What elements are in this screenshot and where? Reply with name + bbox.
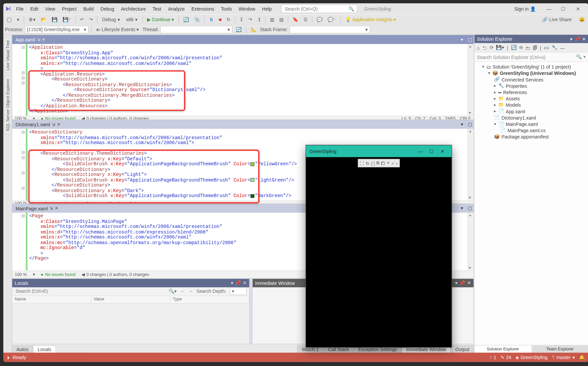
close-button[interactable]: ✕: [571, 5, 585, 13]
feedback-icon[interactable]: 😀: [577, 16, 587, 23]
sync-icon[interactable]: ⟳: [490, 45, 494, 50]
bookmark-icon[interactable]: 🔖: [291, 16, 300, 23]
status-errors[interactable]: ✎ 24: [501, 354, 511, 360]
menu-file[interactable]: File: [13, 5, 27, 13]
step-out-icon[interactable]: ↥: [255, 16, 263, 23]
step-over-icon[interactable]: ↷: [247, 16, 254, 23]
app-maximize-button[interactable]: ☐: [426, 148, 437, 154]
restart-button[interactable]: ↻: [225, 16, 232, 23]
attach-icon[interactable]: 📎: [192, 16, 202, 23]
menu-analyze[interactable]: Analyze: [165, 5, 188, 13]
app-insights-button[interactable]: 💡 Application Insights ▾: [343, 16, 398, 23]
stop-button[interactable]: ■: [217, 16, 223, 23]
menu-debug[interactable]: Debug: [97, 5, 118, 13]
pin-icon[interactable]: ⇲: [52, 122, 55, 127]
thread-combo[interactable]: ▾: [160, 26, 233, 33]
split-icon[interactable]: ▾: [458, 206, 466, 211]
pause-button[interactable]: ⏸: [207, 16, 215, 23]
list-icon[interactable]: ☰: [302, 16, 309, 23]
solution-node[interactable]: Solution 'GreenStyling' (1 of 1 project): [493, 64, 571, 69]
diag-icon-5[interactable]: ⧠: [381, 161, 385, 166]
minimize-button[interactable]: —: [542, 5, 557, 13]
menu-extensions[interactable]: Extensions: [188, 5, 217, 13]
diag-icon-4[interactable]: ⧉: [376, 161, 379, 166]
menu-help[interactable]: Help: [259, 5, 275, 13]
maximize-editor-icon[interactable]: ▢: [466, 206, 473, 211]
menu-edit[interactable]: Edit: [27, 5, 42, 13]
open-button[interactable]: 📂: [39, 16, 48, 23]
menu-build[interactable]: Build: [80, 5, 97, 13]
btab-output[interactable]: Output: [451, 345, 474, 353]
copy-icon[interactable]: 🗐: [533, 45, 537, 50]
node-references[interactable]: References: [503, 89, 527, 94]
close-icon[interactable]: ✕: [57, 122, 60, 127]
menu-window[interactable]: Window: [235, 5, 259, 13]
vscroll[interactable]: [468, 213, 474, 270]
uncomment-icon[interactable]: 💬⁻: [326, 16, 338, 23]
collapse-icon[interactable]: ⊖: [519, 45, 523, 50]
new-button[interactable]: 🗎▾: [27, 16, 37, 23]
comment-icon[interactable]: 💬: [315, 16, 324, 23]
node-mainpage-cs[interactable]: MainPage.xaml.cs: [508, 128, 546, 133]
split-icon[interactable]: ▾: [458, 122, 466, 127]
nav-fwd-button[interactable]: ▾: [15, 16, 21, 23]
tab-mainpage[interactable]: MainPage.xaml⇲✕: [12, 204, 61, 213]
solution-tree[interactable]: 🗂 Solution 'GreenStyling' (1 of 1 projec…: [474, 62, 588, 345]
code-icon[interactable]: <>: [544, 45, 549, 50]
rail-sql-explorer[interactable]: SQL Server Object Explorer: [4, 76, 11, 134]
node-properties[interactable]: Properties: [506, 83, 527, 88]
xaml-diagnostic-toolbar[interactable]: ⛶ ↻ ▢ ⧉ ⧠ ⌖ ✓ ‹: [358, 159, 400, 168]
undo-button[interactable]: ↶: [79, 16, 86, 23]
maximize-button[interactable]: ☐: [556, 5, 571, 13]
stack-jump-icon[interactable]: 📐: [249, 26, 258, 33]
foot-team-explorer[interactable]: Team Explorer: [531, 345, 588, 353]
node-connected[interactable]: Connected Services: [502, 77, 543, 82]
wrench-icon[interactable]: 🔧: [552, 45, 558, 50]
vscroll[interactable]: [468, 44, 474, 116]
menu-test[interactable]: Test: [149, 5, 165, 13]
diag-icon-3[interactable]: ▢: [371, 161, 375, 166]
depth-combo[interactable]: ▾: [230, 288, 246, 295]
foot-sol-explorer[interactable]: Solution Explorer: [474, 345, 531, 353]
status-publish[interactable]: ↑ 1: [490, 355, 496, 360]
save-button[interactable]: 💾: [50, 16, 59, 23]
more-icon[interactable]: —: [560, 45, 565, 50]
refresh-icon[interactable]: 🔄: [182, 16, 191, 23]
search-icon[interactable]: 🔍▾: [169, 288, 177, 294]
app-close-button[interactable]: ✕: [437, 148, 448, 154]
diag-icon-6[interactable]: ⌖: [387, 161, 390, 166]
pin-icon[interactable]: 📌: [574, 36, 580, 42]
menu-project[interactable]: Project: [59, 5, 80, 13]
lifecycle-events-button[interactable]: ⏯ Lifecycle Events ▾: [94, 26, 141, 33]
config-combo[interactable]: Debug ▾: [100, 16, 122, 23]
close-icon[interactable]: ✕: [55, 206, 58, 211]
quick-launch-input[interactable]: [284, 6, 346, 12]
node-mainpage[interactable]: MainPage.xaml: [506, 121, 538, 126]
diag-collapse-icon[interactable]: ‹: [396, 161, 398, 166]
locals-search-input[interactable]: [15, 288, 165, 294]
menu-architecture[interactable]: Architecture: [118, 5, 149, 13]
close-icon[interactable]: ✕: [243, 280, 247, 286]
node-app-xaml[interactable]: App.xaml: [506, 109, 525, 114]
node-manifest[interactable]: Package.appxmanifest: [502, 134, 549, 139]
diag-icon-1[interactable]: ⛶: [360, 161, 364, 166]
refresh-icon[interactable]: 🔃: [511, 45, 517, 50]
platform-combo[interactable]: x86 ▾: [124, 16, 140, 23]
running-app-window[interactable]: GreenStyling — ☐ ✕ ⛶ ↻ ▢ ⧉ ⧠ ⌖ ✓ ‹: [306, 145, 452, 348]
redo-button[interactable]: ↷: [87, 16, 94, 23]
home-icon[interactable]: ⌂: [477, 45, 480, 50]
close-icon[interactable]: ✕: [582, 36, 586, 42]
tab-dictionary1[interactable]: Dictionary1.xaml⇲✕: [12, 120, 64, 129]
close-icon[interactable]: ✕: [42, 37, 45, 42]
code-app[interactable]: <Application x:Class="GreenStyling.App" …: [27, 44, 468, 116]
menu-view[interactable]: View: [42, 5, 59, 13]
save-icon[interactable]: 💾▾: [496, 45, 505, 50]
pin-icon[interactable]: 📌: [235, 280, 241, 286]
toggle-icon-1[interactable]: ▥: [268, 16, 276, 23]
continue-button[interactable]: ▶ Continue ▾: [145, 16, 176, 23]
save-all-button[interactable]: 💾⁺: [61, 16, 73, 23]
status-branch[interactable]: ᛘ master ▾: [552, 354, 575, 360]
maximize-editor-icon[interactable]: ▢: [466, 122, 473, 127]
showall-icon[interactable]: 🗀: [525, 45, 530, 50]
nav-back-button[interactable]: ◯: [5, 16, 14, 23]
